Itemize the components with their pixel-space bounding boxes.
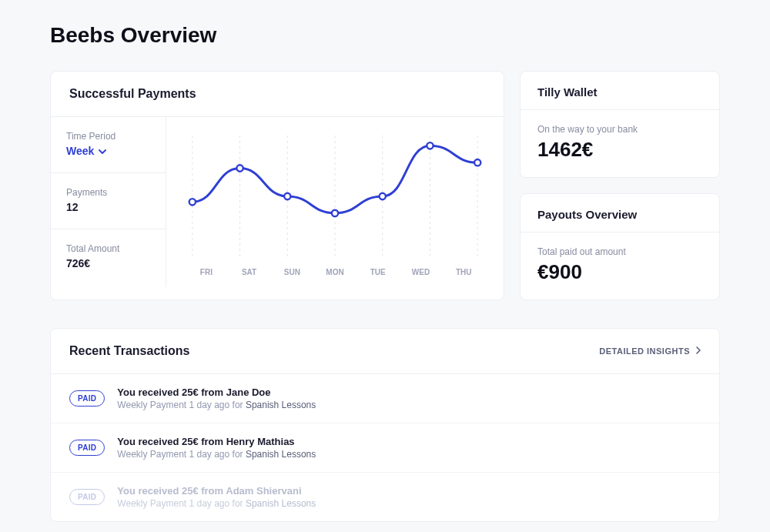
- payments-chart: FRISATSUNMONTUEWEDTHU: [166, 117, 504, 287]
- transactions-title: Recent Transactions: [69, 344, 190, 358]
- wallet-label: On the way to your bank: [537, 124, 702, 135]
- svg-point-11: [380, 193, 386, 199]
- chevron-down-icon: [99, 147, 106, 156]
- transaction-summary: You received 25€ from Henry Mathias: [117, 436, 701, 447]
- chart-x-label: SUN: [270, 268, 313, 276]
- transaction-summary: You received 25€ from Jane Doe: [117, 386, 701, 398]
- chart-x-label: MON: [313, 268, 357, 276]
- wallet-card: Tilly Wallet On the way to your bank 146…: [520, 71, 720, 178]
- time-period-select[interactable]: Week: [66, 145, 150, 157]
- svg-point-8: [236, 165, 243, 171]
- svg-point-13: [474, 159, 480, 166]
- payouts-value: €900: [537, 260, 702, 284]
- svg-point-9: [284, 193, 290, 199]
- transaction-meta: Weekly Payment 1 day ago for Spanish Les…: [117, 498, 701, 509]
- payouts-card: Payouts Overview Total paid out amount €…: [520, 193, 720, 300]
- time-period-label: Time Period: [66, 131, 150, 142]
- payouts-label: Total paid out amount: [537, 246, 702, 257]
- recent-transactions-card: Recent Transactions DETAILED INSIGHTS PA…: [50, 328, 720, 522]
- transaction-meta: Weekly Payment 1 day ago for Spanish Les…: [117, 449, 701, 460]
- transaction-meta: Weekly Payment 1 day ago for Spanish Les…: [117, 400, 701, 410]
- page-title: Beebs Overview: [50, 23, 720, 48]
- svg-point-12: [427, 142, 433, 149]
- chart-x-label: WED: [400, 268, 443, 276]
- payments-count-value: 12: [66, 201, 150, 213]
- chart-x-label: THU: [442, 268, 485, 276]
- successful-payments-card: Successful Payments Time Period Week Pay…: [50, 71, 504, 300]
- detailed-insights-link[interactable]: DETAILED INSIGHTS: [599, 346, 701, 356]
- status-badge: PAID: [69, 390, 105, 407]
- svg-point-7: [189, 199, 196, 205]
- payments-side-stats: Time Period Week Payments 12 Total Amoun…: [51, 117, 166, 287]
- wallet-value: 1462€: [537, 138, 702, 162]
- status-badge: PAID: [69, 440, 105, 456]
- transaction-row[interactable]: PAID You received 25€ from Adam Shiervan…: [51, 473, 719, 521]
- total-amount-label: Total Amount: [66, 243, 150, 254]
- total-amount-value: 726€: [66, 257, 150, 269]
- svg-point-10: [332, 210, 338, 216]
- transaction-row[interactable]: PAID You received 25€ from Henry Mathias…: [51, 423, 719, 473]
- chart-x-label: SAT: [228, 268, 271, 276]
- payments-count-label: Payments: [66, 187, 150, 198]
- transaction-row[interactable]: PAID You received 25€ from Jane Doe Week…: [51, 374, 719, 423]
- payments-card-title: Successful Payments: [51, 72, 504, 116]
- chevron-right-icon: [696, 346, 701, 356]
- detailed-insights-label: DETAILED INSIGHTS: [599, 346, 690, 356]
- chart-x-label: FRI: [185, 268, 228, 276]
- chart-x-label: TUE: [357, 268, 400, 276]
- wallet-title: Tilly Wallet: [521, 72, 719, 99]
- payouts-title: Payouts Overview: [521, 194, 719, 221]
- status-badge: PAID: [69, 489, 105, 505]
- time-period-value: Week: [66, 145, 94, 157]
- transaction-summary: You received 25€ from Adam Shiervani: [117, 485, 701, 497]
